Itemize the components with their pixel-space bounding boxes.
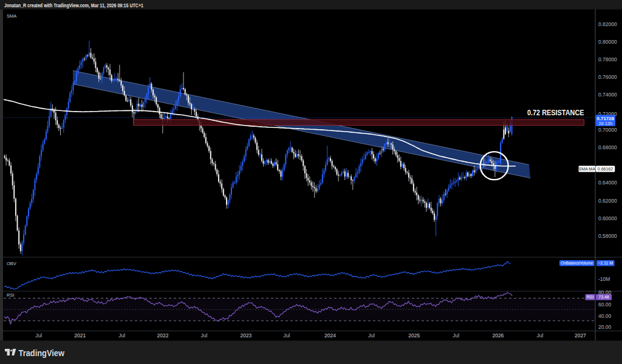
svg-text:40.00: 40.00 bbox=[598, 313, 612, 319]
svg-text:2d 13h: 2d 13h bbox=[598, 121, 612, 126]
svg-text:Jul: Jul bbox=[35, 332, 42, 339]
svg-text:0.78000: 0.78000 bbox=[598, 56, 617, 62]
svg-text:2024: 2024 bbox=[324, 332, 336, 339]
svg-text:Jul: Jul bbox=[453, 332, 459, 339]
svg-text:0.62000: 0.62000 bbox=[598, 198, 617, 204]
svg-text:Jonatan_R created with Trading: Jonatan_R created with TradingView.com, … bbox=[4, 2, 143, 8]
svg-text:2025: 2025 bbox=[408, 332, 420, 339]
svg-text:2022: 2022 bbox=[157, 332, 169, 339]
svg-text:SMA:MA: SMA:MA bbox=[578, 167, 595, 171]
svg-text:0.82000: 0.82000 bbox=[598, 21, 617, 27]
svg-text:2021: 2021 bbox=[74, 332, 86, 339]
svg-text:0.64000: 0.64000 bbox=[598, 180, 617, 186]
svg-text:Jul: Jul bbox=[284, 332, 290, 339]
svg-text:OnBalanceVolume: OnBalanceVolume bbox=[561, 261, 593, 265]
svg-text:−2.11 M: −2.11 M bbox=[598, 261, 613, 265]
svg-text:RSI: RSI bbox=[587, 295, 594, 299]
svg-text:RSI: RSI bbox=[7, 292, 15, 298]
svg-text:73.48: 73.48 bbox=[598, 295, 609, 299]
svg-text:2026: 2026 bbox=[492, 332, 504, 339]
svg-text:2023: 2023 bbox=[240, 332, 251, 339]
svg-text:Jul: Jul bbox=[118, 332, 125, 339]
svg-text:Jul: Jul bbox=[536, 332, 543, 339]
svg-text:0.80000: 0.80000 bbox=[598, 39, 617, 45]
svg-text:Jul: Jul bbox=[368, 332, 375, 339]
svg-text:60.00: 60.00 bbox=[598, 302, 612, 308]
svg-text:0.68000: 0.68000 bbox=[598, 144, 617, 150]
svg-text:0.70000: 0.70000 bbox=[598, 127, 617, 133]
svg-text:20.00: 20.00 bbox=[598, 324, 612, 330]
svg-text:0.60000: 0.60000 bbox=[598, 215, 617, 221]
svg-text:TradingView: TradingView bbox=[19, 348, 65, 358]
svg-text:SMA: SMA bbox=[7, 13, 16, 19]
svg-text:-10M: -10M bbox=[598, 276, 610, 282]
svg-text:2027: 2027 bbox=[575, 332, 586, 339]
svg-text:0.58000: 0.58000 bbox=[598, 233, 617, 239]
svg-text:Jul: Jul bbox=[201, 332, 208, 339]
svg-text:0.76000: 0.76000 bbox=[598, 74, 617, 80]
svg-text:0.66162: 0.66162 bbox=[598, 167, 613, 171]
svg-text:0.72 RESISTANCE: 0.72 RESISTANCE bbox=[527, 109, 584, 117]
svg-text:OBV: OBV bbox=[7, 261, 16, 266]
svg-text:0.74000: 0.74000 bbox=[598, 92, 617, 98]
